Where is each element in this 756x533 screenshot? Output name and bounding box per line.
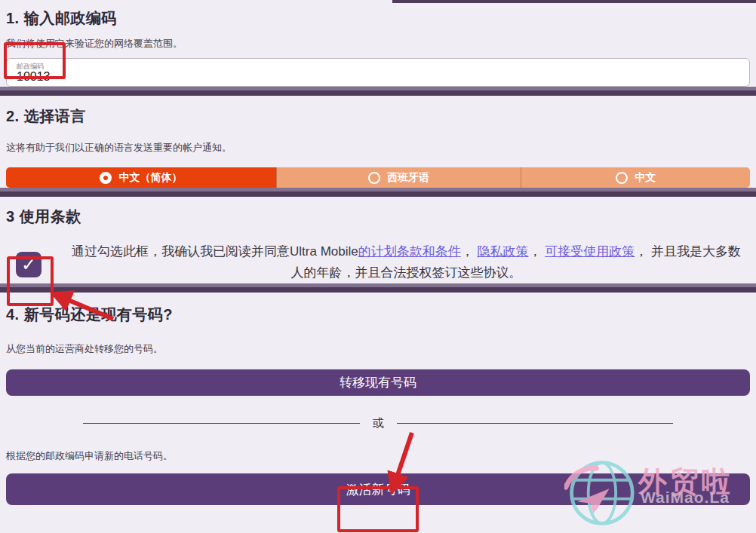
- new-number-description: 根据您的邮政编码申请新的电话号码。: [6, 449, 750, 463]
- radio-unselected-icon: [616, 172, 628, 184]
- section-divider: [0, 283, 756, 293]
- zip-code-input[interactable]: [6, 58, 750, 87]
- section-terms: 3 使用条款 ✓ 通过勾选此框，我确认我已阅读并同意Ultra Mobile的计…: [0, 197, 756, 283]
- zip-section-title: 1. 输入邮政编码: [6, 0, 750, 29]
- language-section-title: 2. 选择语言: [6, 96, 750, 127]
- language-option-spanish[interactable]: 西班牙语: [276, 167, 521, 188]
- section-divider: [0, 87, 756, 96]
- language-option-chinese-simplified[interactable]: 中文（简体）: [6, 167, 276, 188]
- terms-link-plan-conditions[interactable]: 的计划条款和条件: [358, 244, 461, 259]
- section-number-choice: 4. 新号码还是现有号码? 从您当前的运营商处转移您的号码。 转移现有号码 或 …: [0, 293, 756, 505]
- section-zip-code: 1. 输入邮政编码 我们将使用它来验证您的网络覆盖范围。 邮政编码: [0, 0, 756, 87]
- section-language: 2. 选择语言 这将有助于我们以正确的语言发送重要的帐户通知。 中文（简体） 西…: [0, 96, 756, 188]
- transfer-number-button[interactable]: 转移现有号码: [6, 369, 750, 396]
- transfer-description: 从您当前的运营商处转移您的号码。: [6, 342, 750, 356]
- activate-new-number-button[interactable]: 激活新号码: [6, 473, 750, 505]
- language-option-chinese[interactable]: 中文: [521, 167, 750, 188]
- terms-link-acceptable-use[interactable]: 可接受使用政策: [545, 244, 635, 259]
- zip-input-wrapper: 邮政编码: [6, 58, 750, 87]
- terms-agreement-text: 通过勾选此框，我确认我已阅读并同意Ultra Mobile的计划条款和条件， 隐…: [67, 241, 745, 283]
- language-option-label: 西班牙语: [387, 171, 429, 185]
- check-icon: ✓: [21, 255, 35, 275]
- number-section-title: 4. 新号码还是现有号码?: [6, 293, 750, 325]
- terms-section-title: 3 使用条款: [6, 197, 750, 227]
- language-option-label: 中文（简体）: [118, 171, 182, 185]
- or-divider-line-left: [83, 423, 360, 424]
- or-divider-label: 或: [360, 416, 397, 430]
- or-divider-line-right: [397, 423, 674, 424]
- top-edge-strip: [392, 0, 756, 3]
- language-selector: 中文（简体） 西班牙语 中文: [6, 167, 750, 188]
- terms-text-segment: ，: [461, 244, 478, 259]
- language-section-description: 这将有助于我们以正确的语言发送重要的帐户通知。: [6, 141, 750, 155]
- signup-page: 1. 输入邮政编码 我们将使用它来验证您的网络覆盖范围。 邮政编码 2. 选择语…: [0, 0, 756, 533]
- terms-checkbox[interactable]: ✓: [16, 252, 41, 277]
- radio-selected-icon: [100, 172, 112, 184]
- zip-section-description: 我们将使用它来验证您的网络覆盖范围。: [6, 37, 750, 51]
- terms-text-segment: 通过勾选此框，我确认我已阅读并同意Ultra Mobile: [72, 244, 358, 259]
- section-divider: [0, 188, 756, 197]
- terms-link-privacy-policy[interactable]: 隐私政策: [477, 244, 528, 259]
- language-option-label: 中文: [635, 171, 656, 185]
- radio-unselected-icon: [368, 172, 380, 184]
- terms-row: ✓ 通过勾选此框，我确认我已阅读并同意Ultra Mobile的计划条款和条件，…: [6, 240, 750, 283]
- or-divider: 或: [83, 416, 673, 430]
- terms-text-segment: ，: [528, 244, 545, 259]
